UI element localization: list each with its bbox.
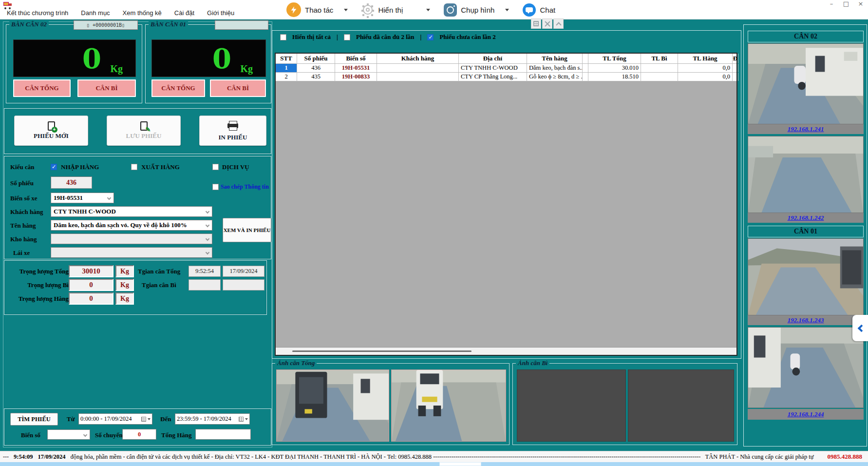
camera-ip-link-242[interactable]: 192.168.1.242 (788, 214, 824, 222)
menu-item-statistics[interactable]: Xem thống kê (123, 9, 162, 17)
col-bien-so[interactable]: Biển số (335, 54, 377, 63)
service-label[interactable]: DỊCH VỤ (222, 163, 249, 171)
col-tl-hang[interactable]: TL Hàng (678, 54, 733, 63)
scale-2-gross-button[interactable]: CÂN TỔNG (13, 79, 71, 97)
camera-ip-link-243[interactable]: 192.168.1.243 (788, 316, 824, 324)
service-checkbox[interactable] (212, 164, 219, 170)
cell-don-gia[interactable] (733, 64, 738, 72)
filter-weighed-twice-label[interactable]: Phiếu đã cân đủ 2 lần (356, 33, 415, 41)
close-button[interactable]: × (857, 0, 864, 7)
cell-tl-tong[interactable]: 18.510 (588, 73, 641, 81)
cell-dia-chi[interactable]: CTY TNHH C-WOOD (459, 64, 527, 72)
menu-item-about[interactable]: Giới thiệu (207, 9, 234, 17)
col-khach-hang[interactable]: Khách hàng (377, 54, 459, 63)
cell-khach-hang[interactable] (377, 73, 459, 81)
find-ticket-button[interactable]: TÌM PHIẾU (10, 413, 58, 426)
cell-tl-bi[interactable] (641, 73, 678, 81)
chevron-down-icon[interactable] (505, 9, 509, 11)
col-ten-hang[interactable]: Tên hàng (527, 54, 583, 63)
cell-bien-so[interactable]: 19H-05531 (335, 64, 377, 72)
filter-pending-second-checkbox[interactable] (427, 34, 434, 40)
menu-item-catalog[interactable]: Danh mục (81, 9, 110, 17)
customer-combobox[interactable]: CTY TNHH C-WOOD (51, 206, 212, 217)
col-don-gia[interactable]: Đ (733, 54, 738, 63)
cell-khach-hang[interactable] (377, 64, 459, 72)
total-goods-field[interactable] (195, 429, 251, 440)
chevron-down-icon[interactable] (83, 433, 87, 437)
chevron-down-icon[interactable] (148, 418, 151, 420)
trips-field[interactable]: 0 (122, 429, 156, 440)
col-stt[interactable]: STT (276, 54, 297, 63)
goods-combobox[interactable]: Dăm keo, bạch đàn sạch vỏ. Quy về độ khô… (51, 220, 212, 231)
driver-combobox[interactable] (51, 247, 212, 258)
scale-1-gross-button[interactable]: CÂN TỔNG (151, 79, 205, 97)
plate-combobox[interactable]: 19H-05531 (51, 193, 114, 203)
chevron-down-icon[interactable] (206, 223, 209, 227)
new-ticket-button[interactable]: + PHIẾU MỚI (14, 116, 88, 146)
export-label[interactable]: XUẤT HÀNG (141, 163, 180, 171)
copy-info-checkbox[interactable] (212, 184, 219, 190)
scale-2-indicator-field[interactable]: ▯ +00000001B▯ (74, 20, 138, 30)
scale-1-indicator-field[interactable] (215, 20, 268, 30)
chevron-down-icon[interactable] (107, 196, 111, 200)
toolbar-actions-button[interactable]: Thao tác (286, 2, 348, 17)
table-row[interactable]: 1 436 19H-05531 CTY TNHH C-WOOD Dăm keo,… (276, 64, 736, 73)
scale-2-tare-button[interactable]: CÂN BÌ (77, 79, 136, 97)
export-checkbox[interactable] (131, 164, 137, 170)
col-tl-tong[interactable]: TL Tổng (588, 54, 641, 63)
menu-item-exit[interactable]: Kết thúc chương trình (7, 9, 68, 17)
view-print-button[interactable]: XEM VÀ IN PHIẾU (223, 218, 271, 242)
toolbar-capture-button[interactable]: Chụp hình (444, 3, 509, 17)
col-so-phieu[interactable]: Số phiếu (297, 54, 335, 63)
scrollbar-thumb[interactable] (292, 350, 472, 352)
warehouse-combobox[interactable] (51, 233, 212, 244)
chevron-down-icon[interactable] (245, 418, 248, 420)
from-date-field[interactable]: 0:00:00 - 17/09/2024 (78, 413, 152, 425)
toolbar-display-button[interactable]: Hiển thị (361, 5, 430, 15)
camera-ip-link-244[interactable]: 192.168.1.244 (788, 410, 824, 418)
col-dia-chi[interactable]: Địa chỉ (459, 54, 527, 63)
collapse-up-button[interactable] (553, 19, 564, 29)
filter-pending-second-label[interactable]: Phiếu chưa cân lần 2 (439, 33, 495, 41)
horizontal-scrollbar[interactable] (276, 347, 736, 355)
cell-stt[interactable]: 1 (276, 64, 297, 72)
cell-dia-chi[interactable]: CTY CP Thăng Long... (459, 73, 527, 81)
save-ticket-button[interactable]: ✎ LƯU PHIẾU (107, 116, 181, 146)
filter-weighed-twice-checkbox[interactable] (344, 34, 350, 40)
cell-so-phieu[interactable]: 435 (297, 73, 335, 81)
scale-1-tare-button[interactable]: CÂN BÌ (210, 79, 266, 97)
chevron-down-icon[interactable] (426, 9, 430, 11)
chevron-down-icon[interactable] (206, 210, 209, 214)
cell-tl-bi[interactable] (641, 64, 678, 72)
chevron-down-icon[interactable] (206, 251, 209, 254)
chevron-down-icon[interactable] (344, 9, 348, 11)
search-plate-combobox[interactable] (47, 429, 90, 440)
camera-ip-link-241[interactable]: 192.168.1.241 (788, 125, 824, 133)
cell-tl-tong[interactable]: 30.010 (588, 64, 641, 72)
to-date-field[interactable]: 23:59:59 - 17/09/2024 (175, 413, 250, 425)
toolbar-chat-button[interactable]: Chat (523, 3, 555, 17)
import-label[interactable]: NHẬP HÀNG (61, 163, 99, 171)
chevron-down-icon[interactable] (206, 237, 209, 241)
copy-info-label[interactable]: Sao chép Thông tin (221, 183, 269, 191)
menu-item-settings[interactable]: Cài đặt (174, 9, 194, 17)
cell-tl-hang[interactable]: 0,0 (678, 64, 733, 72)
collapse-panel-button[interactable] (852, 315, 868, 341)
cell-ten-hang[interactable]: Dăm keo, bạch đàn s... (527, 64, 583, 72)
maximize-button[interactable]: □ (843, 0, 849, 7)
taskbar-item[interactable] (439, 462, 481, 466)
cell-bien-so[interactable]: 19H-00833 (335, 73, 377, 81)
cell-so-phieu[interactable]: 436 (297, 64, 335, 72)
col-tl-bi[interactable]: TL Bì (641, 54, 678, 63)
grid-view-button[interactable] (531, 19, 541, 29)
minimize-button[interactable]: – (828, 0, 835, 7)
cell-don-gia[interactable] (733, 73, 738, 81)
filter-all-label[interactable]: Hiển thị tất cả (292, 33, 331, 41)
ticket-no-field[interactable]: 436 (51, 176, 92, 189)
cell-ten-hang[interactable]: Gỗ keo ϕ ≥ 8cm, d ≥ ... (527, 73, 583, 81)
import-checkbox[interactable] (51, 164, 57, 170)
expand-button[interactable] (542, 19, 552, 29)
cell-stt[interactable]: 2 (276, 73, 297, 81)
filter-all-checkbox[interactable] (280, 34, 286, 40)
print-ticket-button[interactable]: IN PHIẾU (199, 116, 266, 146)
